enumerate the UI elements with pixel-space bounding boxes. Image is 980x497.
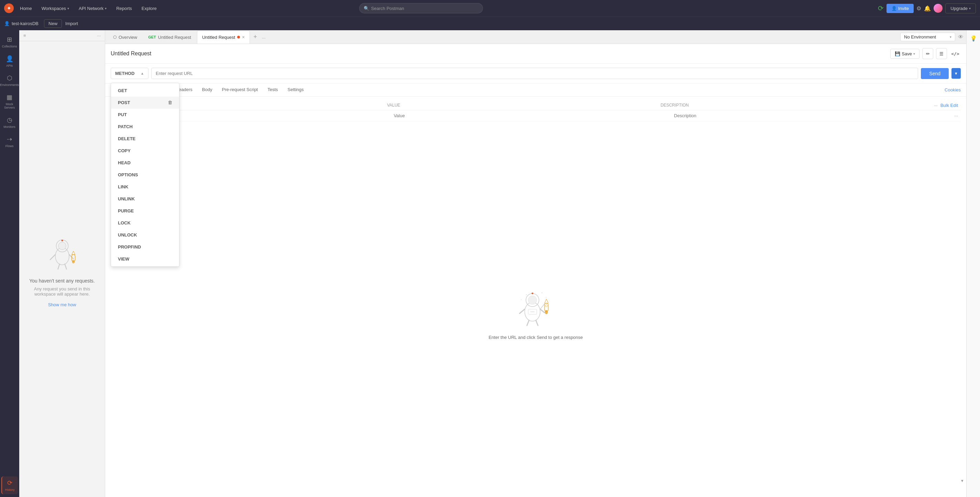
response-message: Enter the URL and click Send to get a re… xyxy=(488,335,583,340)
main-layout: ⊞ Collections 👤 APIs ⬡ Environments ▦ Mo… xyxy=(0,30,980,497)
method-put[interactable]: PUT xyxy=(111,109,179,121)
invite-icon: 👤 xyxy=(891,6,897,11)
delete-method-icon[interactable]: 🗑 xyxy=(168,100,172,105)
sidebar-item-collections[interactable]: ⊞ Collections xyxy=(2,33,18,51)
method-delete[interactable]: DELETE xyxy=(111,133,179,145)
search-bar[interactable]: 🔍 Search Postman xyxy=(359,3,483,13)
invite-button[interactable]: 👤 Invite xyxy=(886,4,914,13)
tab-untitled-get[interactable]: GET Untitled Request xyxy=(143,30,196,44)
method-head[interactable]: HEAD xyxy=(111,157,179,169)
notifications-icon[interactable]: 🔔 xyxy=(924,5,931,12)
tabs-bar: ⬡ Overview GET Untitled Request Untitled… xyxy=(105,30,966,44)
sidebar-item-history[interactable]: ⟳ History xyxy=(2,476,18,494)
edit-icon: ✏ xyxy=(926,51,930,56)
table-more-icon[interactable]: ··· xyxy=(934,103,938,108)
history-empty-title: You haven't sent any requests. xyxy=(29,278,95,284)
tab-overview[interactable]: ⬡ Overview xyxy=(108,30,142,44)
sync-icon[interactable]: ⟳ xyxy=(878,4,884,13)
cookies-link[interactable]: Cookies xyxy=(945,87,961,92)
req-tab-settings[interactable]: Settings xyxy=(283,84,308,96)
method-lock[interactable]: LOCK xyxy=(111,217,179,229)
svg-line-17 xyxy=(527,320,529,326)
method-post[interactable]: POST 🗑 xyxy=(111,97,179,109)
show-me-how-link[interactable]: Show me how xyxy=(48,302,76,307)
method-link[interactable]: LINK xyxy=(111,181,179,193)
monitors-icon: ◷ xyxy=(7,116,13,124)
bulk-edit-button[interactable]: Bulk Edit xyxy=(940,103,958,108)
response-illustration xyxy=(512,283,560,331)
sidebar-item-flows[interactable]: ⇢ Flows xyxy=(2,133,18,151)
url-input[interactable] xyxy=(151,68,918,79)
nav-workspaces[interactable]: Workspaces ▾ xyxy=(38,4,73,13)
method-copy[interactable]: COPY xyxy=(111,145,179,157)
response-collapse-icon[interactable]: ▾ xyxy=(961,478,964,483)
save-chevron: ▾ xyxy=(913,52,915,56)
apis-icon: 👤 xyxy=(6,55,13,63)
nav-reports[interactable]: Reports xyxy=(113,4,135,13)
sidebar-item-mock-servers[interactable]: ▦ Mock Servers xyxy=(2,91,18,112)
method-propfind[interactable]: PROPFIND xyxy=(111,241,179,253)
method-options[interactable]: OPTIONS xyxy=(111,169,179,181)
filter-icon[interactable]: ≡ xyxy=(23,33,26,38)
tabs-more-button[interactable]: ... xyxy=(262,34,266,40)
edit-icon-button[interactable]: ✏ xyxy=(922,48,933,59)
tab-untitled-active[interactable]: Untitled Request × xyxy=(197,30,250,44)
svg-marker-8 xyxy=(72,251,75,254)
method-unlock[interactable]: UNLOCK xyxy=(111,229,179,241)
method-purge[interactable]: PURGE xyxy=(111,205,179,217)
method-patch[interactable]: PATCH xyxy=(111,121,179,133)
tab-unsaved-dot xyxy=(237,36,240,38)
req-tab-pre-request-script[interactable]: Pre-request Script xyxy=(218,84,262,96)
svg-point-0 xyxy=(55,248,69,265)
method-unlink[interactable]: UNLINK xyxy=(111,193,179,205)
param-description-input[interactable] xyxy=(674,113,951,118)
request-header: Untitled Request 💾 Save ▾ ✏ ☰ </> xyxy=(105,44,966,64)
right-bulb-icon[interactable]: 💡 xyxy=(968,33,979,44)
send-dropdown-button[interactable]: ▾ xyxy=(951,68,961,79)
workspace-person-icon: 👤 xyxy=(4,21,10,26)
svg-line-15 xyxy=(519,309,525,314)
left-panel-more[interactable]: ··· xyxy=(97,33,101,38)
user-avatar[interactable] xyxy=(934,4,943,13)
add-tab-button[interactable]: + xyxy=(251,33,260,41)
sidebar-item-apis[interactable]: 👤 APIs xyxy=(2,52,18,70)
history-icon: ⟳ xyxy=(7,479,13,487)
method-view[interactable]: VIEW xyxy=(111,253,179,265)
save-icon: 💾 xyxy=(895,51,900,56)
request-tabs: Params Authorization Headers Body Pre-re… xyxy=(105,84,966,97)
eye-icon[interactable]: 👁 xyxy=(958,34,964,40)
import-button[interactable]: Import xyxy=(62,20,81,27)
sidebar-item-environments[interactable]: ⬡ Environments xyxy=(2,71,18,89)
tab-get-badge: GET xyxy=(148,35,156,39)
method-dropdown: GET POST 🗑 PUT PATCH DELETE COPY xyxy=(111,83,180,267)
svg-point-32 xyxy=(533,311,534,313)
upgrade-chevron: ▾ xyxy=(969,6,971,10)
environment-selector[interactable]: No Environment ▾ xyxy=(900,33,955,41)
nav-home[interactable]: Home xyxy=(16,4,35,13)
send-arrow-icon: ▾ xyxy=(955,71,957,76)
tab-close-icon[interactable]: × xyxy=(242,34,245,40)
history-illustration xyxy=(45,231,80,273)
flows-icon: ⇢ xyxy=(7,135,12,143)
method-select[interactable]: METHOD ▲ xyxy=(111,68,148,79)
svg-point-24 xyxy=(526,294,527,295)
nav-explore[interactable]: Explore xyxy=(138,4,160,13)
save-button[interactable]: 💾 Save ▾ xyxy=(890,49,920,59)
param-row-more[interactable]: ··· xyxy=(954,113,958,118)
send-button[interactable]: Send xyxy=(921,68,949,79)
req-tab-body[interactable]: Body xyxy=(198,84,216,96)
req-tab-tests[interactable]: Tests xyxy=(263,84,282,96)
code-icon-button[interactable]: </> xyxy=(950,48,961,59)
app-logo[interactable]: ✦ xyxy=(4,3,14,13)
method-get[interactable]: GET xyxy=(111,84,179,97)
sidebar-item-monitors[interactable]: ◷ Monitors xyxy=(2,113,18,131)
settings-icon[interactable]: ⚙ xyxy=(916,5,921,12)
svg-line-6 xyxy=(65,264,66,269)
nav-api-network[interactable]: API Network ▾ xyxy=(75,4,110,13)
svg-point-23 xyxy=(545,310,548,314)
left-panel-header: ≡ ··· xyxy=(19,30,105,41)
upgrade-button[interactable]: Upgrade ▾ xyxy=(945,3,976,13)
description-icon-button[interactable]: ☰ xyxy=(936,48,947,59)
new-button[interactable]: New xyxy=(44,19,62,28)
param-value-input[interactable] xyxy=(394,113,671,118)
